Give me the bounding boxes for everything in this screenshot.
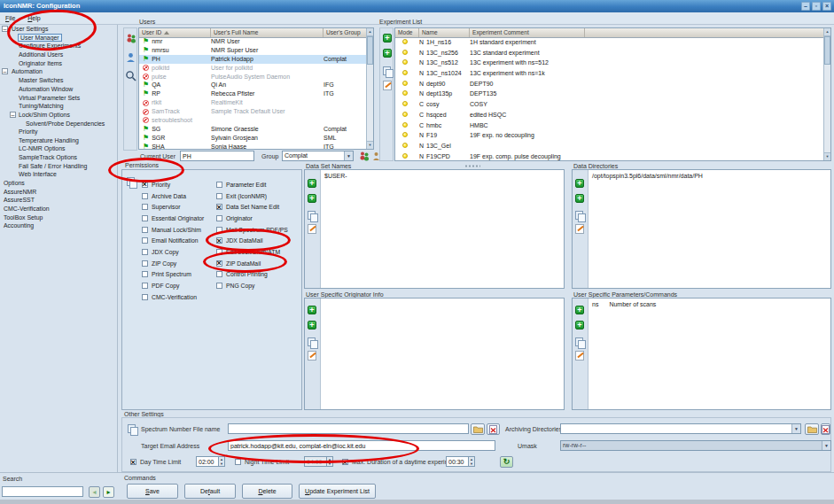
user-row[interactable]: ⚑pulse PulseAudio System Daemon xyxy=(139,73,366,81)
search-next-icon[interactable]: ▸ xyxy=(103,486,114,498)
permission-checkbox[interactable] xyxy=(142,182,148,188)
permission-checkbox[interactable] xyxy=(142,227,148,233)
permission-row[interactable]: Edit Lock/Shim/ATM xyxy=(216,246,288,258)
permission-row[interactable]: Print Spectrum xyxy=(142,269,204,281)
spinner-arrows-icon[interactable]: ▲▼ xyxy=(469,456,475,467)
sidebar-item[interactable]: Automation xyxy=(0,67,117,76)
permission-row[interactable]: Supervisor xyxy=(142,201,204,213)
sidebar-item[interactable]: ToolBox Setup xyxy=(0,213,117,222)
insert-experiment-icon[interactable] xyxy=(383,49,392,58)
chevron-down-icon[interactable]: ▼ xyxy=(344,151,353,160)
experiment-row[interactable]: N1H_ns16 1H standard experiment xyxy=(395,37,823,48)
edit-icon[interactable] xyxy=(308,224,316,234)
users-scrollbar[interactable]: ▲ ▼ xyxy=(366,28,373,149)
splitter-handle[interactable] xyxy=(464,165,480,167)
add-icon[interactable] xyxy=(308,306,316,314)
user-groups-icon[interactable] xyxy=(126,33,136,44)
umask-combobox[interactable]: rw-rw-r--▼ xyxy=(560,440,831,451)
maximize-button[interactable]: ▫ xyxy=(812,2,821,11)
sidebar-item[interactable]: User Settings xyxy=(0,25,117,34)
permission-row[interactable]: Priority xyxy=(142,179,204,190)
permission-checkbox[interactable] xyxy=(216,283,222,289)
experiment-row[interactable]: N13C_Gel xyxy=(395,141,823,151)
permission-row[interactable]: Control Printing xyxy=(216,269,288,281)
current-user-input[interactable] xyxy=(180,151,254,161)
sidebar-item[interactable]: Accounting xyxy=(0,221,117,230)
sidebar-item[interactable]: Additional Users xyxy=(0,50,117,59)
permission-row[interactable]: ZIP Copy xyxy=(142,258,204,269)
sidebar-item[interactable]: User Manager xyxy=(0,34,117,43)
permission-row[interactable]: Originator xyxy=(216,213,288,224)
add-icon[interactable] xyxy=(308,179,316,188)
sidebar-item[interactable]: Automation Window xyxy=(0,85,117,94)
target-email-input[interactable] xyxy=(228,440,495,451)
permission-row[interactable]: Exit (IconNMR) xyxy=(216,190,288,202)
max-duration-checkbox[interactable] xyxy=(342,459,348,465)
copy-icon[interactable] xyxy=(575,337,584,347)
insert-icon[interactable] xyxy=(575,194,584,203)
column-mode[interactable]: Mode xyxy=(395,28,419,37)
experiment-row[interactable]: Chmbc HMBC xyxy=(395,120,823,131)
permission-checkbox[interactable] xyxy=(142,237,148,244)
sidebar-item[interactable]: Configure Experiments xyxy=(0,42,117,50)
copy-icon[interactable] xyxy=(308,337,316,347)
user-row[interactable]: ⚑polkitd User for polkitd xyxy=(139,64,366,73)
list-item[interactable]: $USER- xyxy=(321,170,564,180)
add-icon[interactable] xyxy=(575,306,584,314)
experiment-row[interactable]: N13C_ns256 13C standard experiment xyxy=(395,48,823,58)
user-row[interactable]: ⚑SGR Sylvain Grosjean SML xyxy=(139,134,366,143)
chevron-down-icon[interactable]: ▼ xyxy=(791,424,800,433)
search-users-icon[interactable] xyxy=(125,70,136,82)
permission-checkbox[interactable] xyxy=(216,182,222,188)
column-full-name[interactable]: User's Full Name xyxy=(211,28,323,37)
experiment-row[interactable]: N13C_ns512 13C experiment with ns=512 xyxy=(395,58,823,68)
browse-archive-folder-icon[interactable] xyxy=(805,423,819,435)
permission-checkbox[interactable] xyxy=(142,215,148,221)
delete-button[interactable]: Delete xyxy=(242,484,292,499)
edit-icon[interactable] xyxy=(308,351,316,361)
copy-permissions-icon[interactable] xyxy=(127,177,136,187)
permission-checkbox[interactable] xyxy=(142,204,148,210)
user-row[interactable]: ⚑nmr NMR User xyxy=(139,37,366,46)
edit-icon[interactable] xyxy=(575,351,584,361)
sidebar-item[interactable]: Temperature Handling xyxy=(0,136,117,145)
column-name[interactable]: Name xyxy=(419,28,470,37)
spinner-arrows-icon[interactable]: ▲▼ xyxy=(327,456,333,467)
permission-checkbox[interactable] xyxy=(216,193,222,199)
sidebar-item[interactable]: Originator Items xyxy=(0,59,117,68)
experiment-row[interactable]: Chsqced edited HSQC xyxy=(395,110,823,120)
permission-checkbox[interactable] xyxy=(142,271,148,277)
permission-row[interactable]: Parameter Edit xyxy=(216,179,288,190)
permission-row[interactable]: Manual Lock/Shim xyxy=(142,224,204,236)
scroll-thumb[interactable] xyxy=(824,36,830,65)
user-parameters-list[interactable]: nsNumber of scans xyxy=(588,299,830,409)
experiment-row[interactable]: NF19 19F exp. no decoupling xyxy=(395,130,823,141)
refresh-icon[interactable]: ↻ xyxy=(500,456,513,468)
sidebar-item[interactable]: Virtual Parameter Sets xyxy=(0,94,117,103)
scroll-up-icon[interactable]: ▲ xyxy=(367,28,373,36)
copy-icon[interactable] xyxy=(308,211,316,221)
default-button[interactable]: Default xyxy=(184,484,236,499)
permission-checkbox[interactable] xyxy=(216,260,222,267)
sidebar-item[interactable]: AssureNMR xyxy=(0,188,117,197)
clear-archive-icon[interactable] xyxy=(821,423,830,435)
scroll-down-icon[interactable]: ▼ xyxy=(824,152,830,160)
chevron-down-icon[interactable]: ▼ xyxy=(822,441,830,450)
permission-checkbox[interactable] xyxy=(216,204,222,210)
permission-checkbox[interactable] xyxy=(216,237,222,244)
sidebar-item[interactable]: SampleTrack Options xyxy=(0,153,117,162)
close-button[interactable]: × xyxy=(822,2,831,11)
day-limit-spinner[interactable] xyxy=(196,456,219,467)
permission-row[interactable]: JDX Copy xyxy=(142,246,204,258)
add-user-group-icon[interactable] xyxy=(359,151,370,162)
add-icon[interactable] xyxy=(575,179,584,188)
list-item[interactable]: /opt/topspin3.5pl6/data/sml/nmr/data/PH xyxy=(588,170,830,180)
edit-icon[interactable] xyxy=(575,224,584,234)
update-experiment-list-button[interactable]: Update Experiment List xyxy=(299,484,376,499)
permission-checkbox[interactable] xyxy=(142,193,148,199)
group-combobox[interactable]: Complat▼ xyxy=(282,151,354,161)
permission-row[interactable]: Email Notification xyxy=(142,235,204,246)
user-row[interactable]: ⚑SamTrack Sample Track Default User xyxy=(139,107,366,116)
insert-icon[interactable] xyxy=(308,194,316,203)
scroll-down-icon[interactable]: ▼ xyxy=(367,141,373,149)
